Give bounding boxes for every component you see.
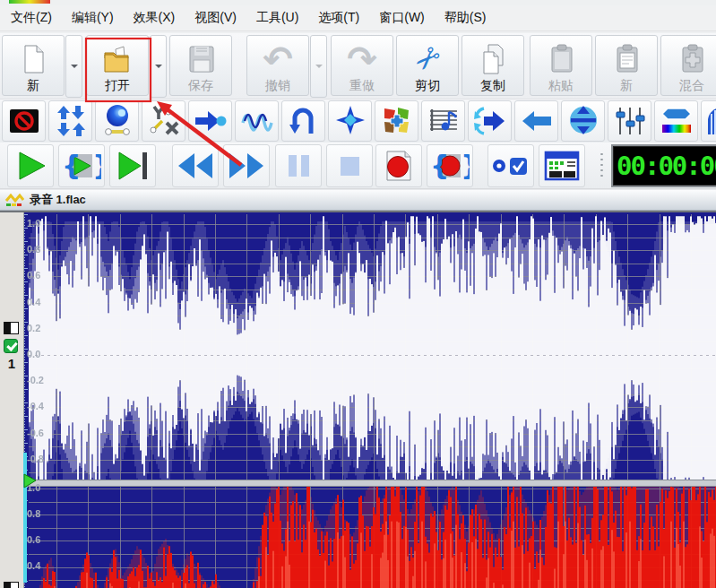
play-selection-icon: { } (62, 150, 101, 182)
record-icon (381, 149, 417, 183)
expression-yx-icon (147, 105, 181, 137)
paste-button[interactable]: 粘贴 (530, 35, 592, 96)
wave-shape-button[interactable] (235, 100, 279, 142)
insert-point-button[interactable] (188, 100, 232, 142)
copy-button[interactable]: 复制 (462, 35, 524, 96)
open-folder-icon (100, 40, 134, 78)
y-axis-label: 0.0 (27, 349, 40, 359)
mute-icon (7, 106, 41, 136)
time-stretch-button[interactable] (468, 100, 512, 142)
waveform-channel-1-canvas[interactable] (23, 214, 716, 480)
menu-item-options[interactable]: 选项(T) (309, 7, 368, 29)
menu-item-file[interactable]: 文件(Z) (2, 7, 61, 29)
notation-button[interactable] (421, 100, 465, 142)
menu-item-tools[interactable]: 工具(U) (247, 7, 307, 29)
previous-view-button[interactable] (514, 100, 558, 142)
new-file-dropdown[interactable] (65, 35, 82, 98)
sine-wave-icon (240, 106, 274, 136)
save-floppy-icon (185, 40, 216, 78)
vertical-expand-button[interactable] (561, 100, 605, 142)
left-arrow-icon (520, 106, 554, 136)
copy-pages-icon (478, 40, 508, 78)
play-button[interactable] (7, 144, 54, 187)
record-new-button[interactable] (375, 144, 422, 187)
sliders-icon (613, 105, 647, 137)
svg-text:}: } (92, 150, 101, 181)
mute-button[interactable] (2, 100, 46, 142)
color-mixer-button[interactable] (375, 100, 418, 142)
channel-1-view-toggle-icon[interactable] (4, 322, 19, 334)
equalizer-button[interactable] (608, 100, 651, 142)
sphere-icon (100, 104, 134, 138)
menu-item-help[interactable]: 帮助(S) (436, 7, 496, 29)
menu-item-effects[interactable]: 效果(X) (125, 7, 185, 29)
stop-button[interactable] (326, 144, 373, 187)
waveform-channel-2-canvas[interactable] (23, 487, 716, 588)
undo-button[interactable]: ↶ 撤销 (246, 35, 309, 96)
waveform-window: 1 1.0 0.8 0.6 0.4 0.2 0.0 -0.2 -0.4 -0.6… (0, 211, 716, 588)
expand-circle-icon (566, 104, 600, 138)
undo-dropdown[interactable] (310, 35, 327, 98)
gate-icon (705, 105, 716, 137)
playback-start-marker[interactable] (23, 473, 38, 489)
record-options-button[interactable] (487, 144, 534, 187)
toolbar-grip[interactable] (600, 151, 604, 180)
channel-shift-button[interactable] (48, 100, 92, 142)
maximize-button[interactable] (328, 100, 372, 142)
new-file-button[interactable]: 新 (2, 35, 65, 96)
play-to-end-button[interactable] (109, 144, 156, 187)
music-staff-icon (427, 105, 461, 137)
pan-sphere-button[interactable] (95, 100, 139, 142)
reverse-button[interactable] (281, 100, 325, 142)
y-axis-label: 1.0 (27, 218, 40, 229)
up-down-arrows-icon (54, 105, 88, 137)
noise-gate-button[interactable] (701, 100, 716, 142)
audio-editor-window: 文件(Z) 编辑(Y) 效果(X) 视图(V) 工具(U) 选项(T) 窗口(W… (0, 0, 716, 588)
pause-button[interactable] (275, 144, 322, 187)
u-turn-arrow-icon (287, 105, 321, 137)
y-axis-label: 0.8 (27, 508, 40, 519)
chevron-down-icon (71, 65, 78, 72)
scissors-icon: ✂ (405, 37, 450, 82)
stretch-arrows-icon (473, 105, 507, 137)
y-axis-label: 0.2 (27, 323, 40, 333)
y-axis-label: -0.8 (27, 454, 44, 464)
channel-1-enabled-checkbox[interactable] (4, 339, 18, 353)
paste-new-button[interactable]: 新 (595, 35, 658, 96)
waveform-file-icon (4, 192, 24, 208)
arrow-dot-icon (194, 106, 228, 136)
open-file-button[interactable]: 打开 (86, 35, 149, 96)
selection-start-marker[interactable] (23, 453, 27, 583)
mix-paste-button[interactable]: 混合 (660, 35, 716, 96)
spectrum-filter-button[interactable] (654, 100, 698, 142)
app-icon (9, 0, 50, 4)
expression-evaluator-button[interactable] (142, 100, 185, 142)
pinwheel-plus-icon (380, 105, 414, 137)
control-window-button[interactable] (539, 144, 585, 187)
menu-item-edit[interactable]: 编辑(Y) (63, 7, 123, 29)
menu-item-window[interactable]: 窗口(W) (370, 7, 434, 29)
play-icon (13, 150, 48, 182)
document-titlebar[interactable]: 录音 1.flac (0, 189, 716, 211)
new-document-icon (18, 40, 48, 78)
fast-forward-button[interactable] (223, 144, 270, 187)
save-button[interactable]: 保存 (169, 35, 232, 96)
time-display: 00:00:00 (611, 144, 716, 187)
undo-arrow-icon: ↶ (263, 40, 293, 78)
transport-toolbar: { } { } (0, 143, 716, 189)
open-file-dropdown[interactable] (150, 35, 167, 98)
menu-item-view[interactable]: 视图(V) (185, 7, 246, 29)
cut-button[interactable]: ✂ 剪切 (396, 35, 459, 96)
rewind-button[interactable] (172, 144, 219, 187)
play-selection-button[interactable]: { } (58, 144, 105, 187)
spectrum-icon (660, 105, 694, 137)
record-selection-button[interactable]: { } (427, 144, 473, 187)
menu-bar: 文件(Z) 编辑(Y) 效果(X) 视图(V) 工具(U) 选项(T) 窗口(W… (0, 5, 716, 31)
channel-2-view-toggle-icon[interactable] (4, 582, 19, 588)
play-to-end-icon (115, 150, 151, 182)
redo-button[interactable]: ↷ 重做 (331, 35, 393, 96)
document-title: 录音 1.flac (30, 192, 86, 208)
record-selection-icon: { } (430, 150, 470, 182)
channel-separator[interactable] (0, 480, 716, 487)
svg-text:}: } (461, 150, 470, 181)
